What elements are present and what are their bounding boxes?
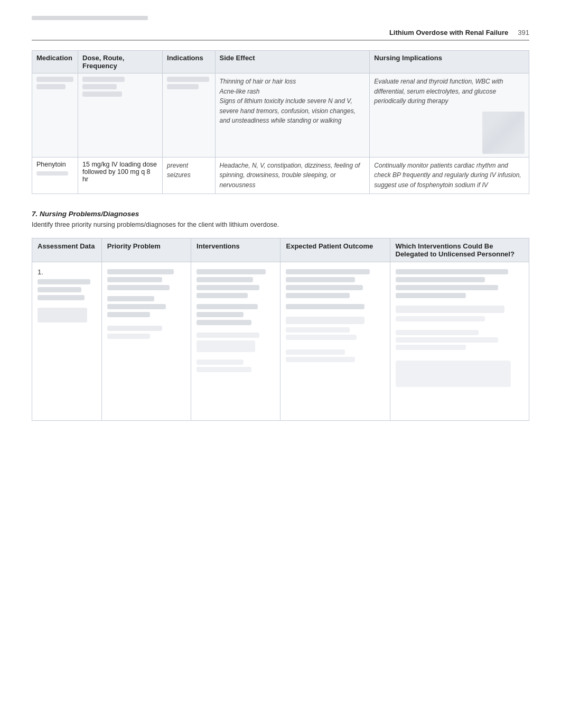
phenytoin-label: Phenytoin <box>36 161 66 168</box>
nursing-text-1: Evaluate renal and thyroid function, WBC… <box>374 77 525 106</box>
col-nursing: Nursing Implications <box>370 51 529 73</box>
col-dose: Dose, Route, Frequency <box>78 51 163 73</box>
row1-interventions <box>191 262 280 420</box>
expected-blurred <box>286 269 384 309</box>
med-name-cell <box>32 73 78 158</box>
row1-expected <box>280 262 390 420</box>
dose-cell-2: 15 mg/kg IV loading dose followed by 100… <box>78 157 163 193</box>
col-label-assessment: Assessment Data <box>38 242 95 250</box>
blurred-image-1 <box>482 112 525 154</box>
header-title: Lithium Overdose with Renal Failure <box>389 29 508 36</box>
col-priority-problem: Priority Problem <box>101 238 191 262</box>
section-instruction: Identify three priority nursing problems… <box>32 221 529 228</box>
col-medication: Medication <box>32 51 78 73</box>
col-interventions: Interventions <box>191 238 280 262</box>
side-effect-text-1: Thinning of hair or hair loss Acne-like … <box>220 77 366 126</box>
col-indications: Indications <box>163 51 215 73</box>
indications-cell-2: prevent seizures <box>163 157 215 193</box>
assessment-table: Assessment Data Priority Problem Interve… <box>32 238 529 421</box>
page: Lithium Overdose with Renal Failure 391 … <box>0 0 561 442</box>
col-assessment-data: Assessment Data <box>32 238 102 262</box>
side-effect-text-2: Headache, N, V, constipation, dizziness,… <box>220 161 366 190</box>
col-expected-outcome: Expected Patient Outcome <box>280 238 390 262</box>
assessment-row-1: 1. <box>32 262 529 420</box>
priority-blurred <box>107 269 185 317</box>
page-number: 391 <box>518 29 529 36</box>
section-7: 7. Nursing Problems/Diagnoses Identify t… <box>32 210 529 421</box>
nursing-cell-1: Evaluate renal and thyroid function, WBC… <box>370 73 529 158</box>
interventions-blurred <box>197 269 275 325</box>
col-label-which: Which Interventions Could Be Delegated t… <box>396 242 515 258</box>
top-blurred-bar <box>32 16 148 20</box>
col-label-interventions: Interventions <box>197 242 240 250</box>
page-header: Lithium Overdose with Renal Failure 391 <box>32 29 529 41</box>
assessment-blurred <box>38 279 96 300</box>
col-label-priority: Priority Problem <box>107 242 161 250</box>
col-side-effect: Side Effect <box>215 51 370 73</box>
col-label-expected: Expected Patient Outcome <box>286 242 373 250</box>
med-name-cell-2: Phenytoin <box>32 157 78 193</box>
dose-cell <box>78 73 163 158</box>
indications-cell <box>163 73 215 158</box>
section-heading: 7. Nursing Problems/Diagnoses <box>32 210 529 218</box>
nursing-text-2: Continually monitor patients cardiac rhy… <box>374 161 525 190</box>
col-which-interventions: Which Interventions Could Be Delegated t… <box>390 238 529 262</box>
dose-text: 15 mg/kg IV loading dose followed by 100… <box>82 161 157 183</box>
indications-text-2: prevent seizures <box>167 161 210 180</box>
side-effect-cell-1: Thinning of hair or hair loss Acne-like … <box>215 73 370 158</box>
row1-assessment: 1. <box>32 262 102 420</box>
row1-priority <box>101 262 191 420</box>
row1-which <box>390 262 529 420</box>
nursing-cell-2: Continually monitor patients cardiac rhy… <box>370 157 529 193</box>
table-row: Phenytoin 15 mg/kg IV loading dose follo… <box>32 157 529 193</box>
row-number: 1. <box>38 266 96 276</box>
which-blurred <box>396 269 524 298</box>
table-row: Thinning of hair or hair loss Acne-like … <box>32 73 529 158</box>
medication-table: Medication Dose, Route, Frequency Indica… <box>32 50 529 194</box>
side-effect-cell-2: Headache, N, V, constipation, dizziness,… <box>215 157 370 193</box>
